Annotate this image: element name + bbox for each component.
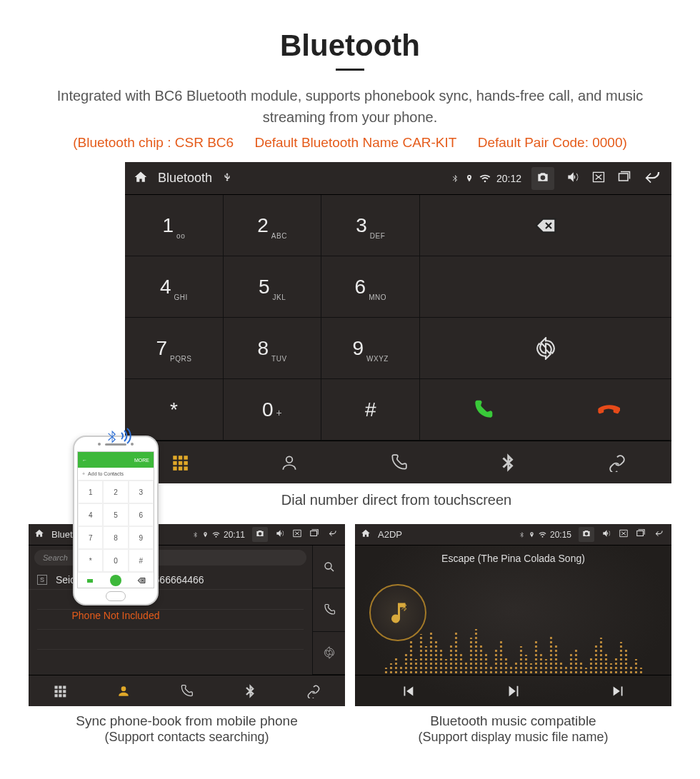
wifi-icon <box>539 530 546 540</box>
back-button[interactable] <box>653 528 666 541</box>
pb-call-button[interactable] <box>312 588 345 631</box>
volume-button[interactable] <box>601 528 611 541</box>
location-icon <box>202 530 209 540</box>
bluetooth-icon <box>451 171 459 186</box>
phone-mock-add-contacts: +Add to Contacts <box>78 468 154 481</box>
visualizer <box>355 623 671 673</box>
key-4[interactable]: 4GHI <box>125 256 224 318</box>
home-icon[interactable] <box>34 528 44 541</box>
backspace-button[interactable] <box>420 195 671 256</box>
key-1[interactable]: 1oo <box>125 195 224 256</box>
play-pause-button[interactable] <box>461 675 566 706</box>
multitask-button[interactable] <box>309 528 319 541</box>
volume-button[interactable] <box>566 170 580 187</box>
screen-title: Bluetooth <box>158 171 212 186</box>
volume-button[interactable] <box>275 528 285 541</box>
back-button[interactable] <box>643 167 663 190</box>
phone-mock-topbar: ←MORE <box>78 452 154 468</box>
nav-calls[interactable] <box>344 441 453 483</box>
screen-title: A2DP <box>378 529 402 540</box>
key-3[interactable]: 3DEF <box>321 195 419 256</box>
nav-pair[interactable] <box>562 441 671 483</box>
home-icon[interactable] <box>134 170 148 187</box>
phone-mock: ←MORE +Add to Contacts 123 456 789 *0# <box>66 423 166 621</box>
bluetooth-icon <box>192 530 199 540</box>
clock: 20:15 <box>550 530 571 540</box>
multitask-button[interactable] <box>636 528 646 541</box>
close-button[interactable] <box>619 528 629 541</box>
pb-sync-button[interactable] <box>312 632 345 675</box>
svg-rect-11 <box>87 579 93 583</box>
prev-button[interactable] <box>355 675 461 706</box>
camera-button[interactable] <box>531 167 554 190</box>
phone-not-included-label: Phone Not Included <box>66 610 166 621</box>
nav-keypad[interactable] <box>29 675 92 706</box>
keypad: 1oo 2ABC 3DEF 4GHI 5JKL 6MNO 7PQRS 8TUV … <box>125 195 420 441</box>
camera-button[interactable] <box>579 527 594 542</box>
close-button[interactable] <box>292 528 302 541</box>
nav-bluetooth[interactable] <box>453 441 562 483</box>
key-5[interactable]: 5JKL <box>224 256 322 318</box>
call-button[interactable] <box>420 398 546 421</box>
main-caption: Dial number direct from touchscreen <box>121 492 671 508</box>
pb-search-button[interactable] <box>312 546 345 588</box>
nav-calls[interactable] <box>155 675 219 706</box>
back-button[interactable] <box>326 528 339 541</box>
key-hash[interactable]: # <box>321 379 419 441</box>
wifi-icon <box>212 530 220 540</box>
location-icon <box>465 171 474 186</box>
usb-icon <box>222 172 232 185</box>
nav-contacts[interactable] <box>92 675 156 706</box>
song-title: Escape (The Pina Colada Song) <box>441 553 585 564</box>
a2dp-panel: A2DP 20:15 <box>355 524 671 745</box>
spec-btname: Default Bluetooth Name CAR-KIT <box>254 135 456 150</box>
home-icon[interactable] <box>361 528 371 541</box>
key-0[interactable]: 0+ <box>224 379 322 441</box>
hangup-button[interactable] <box>546 398 671 421</box>
clock: 20:12 <box>496 173 521 184</box>
nav-bluetooth[interactable] <box>219 675 282 706</box>
key-6[interactable]: 6MNO <box>321 256 419 318</box>
phone-mock-keypad: 123 456 789 *0# <box>78 481 154 572</box>
key-7[interactable]: 7PQRS <box>125 318 224 379</box>
spec-chip: (Bluetooth chip : CSR BC6 <box>73 135 234 150</box>
close-button[interactable] <box>591 170 606 187</box>
next-button[interactable] <box>566 675 671 706</box>
status-bar: Bluetooth 20:12 <box>125 162 671 195</box>
page-title: Bluetooth <box>29 29 671 63</box>
wifi-icon <box>479 171 491 186</box>
clock: 20:11 <box>224 530 245 540</box>
dialer-screenshot: Bluetooth 20:12 1oo 2ABC <box>125 162 671 483</box>
phonebook-caption-1: Sync phone-book from mobile phone <box>76 713 298 728</box>
key-8[interactable]: 8TUV <box>224 318 322 379</box>
a2dp-caption-1: Bluetooth music compatible <box>430 713 596 728</box>
spec-line: (Bluetooth chip : CSR BC6 Default Blueto… <box>29 135 671 151</box>
nav-pair[interactable] <box>281 675 345 706</box>
a2dp-caption-2: (Support display music file name) <box>418 730 608 744</box>
phonebook-caption-2: (Support contacts searching) <box>104 730 269 744</box>
spec-paircode: Default Pair Code: 0000) <box>478 135 627 150</box>
title-underline <box>336 69 364 71</box>
location-icon <box>529 530 535 540</box>
bottom-nav <box>125 441 671 483</box>
camera-button[interactable] <box>252 527 268 542</box>
reconnect-button[interactable] <box>420 318 671 379</box>
multitask-button[interactable] <box>617 170 631 187</box>
nav-contacts[interactable] <box>234 441 344 483</box>
contact-initial: S <box>37 575 47 585</box>
bluetooth-icon <box>519 530 525 540</box>
bluetooth-signal-icon <box>103 423 131 451</box>
key-2[interactable]: 2ABC <box>224 195 322 256</box>
description-text: Integrated with BC6 Bluetooth module, su… <box>43 85 657 128</box>
key-9[interactable]: 9WXYZ <box>321 318 419 379</box>
